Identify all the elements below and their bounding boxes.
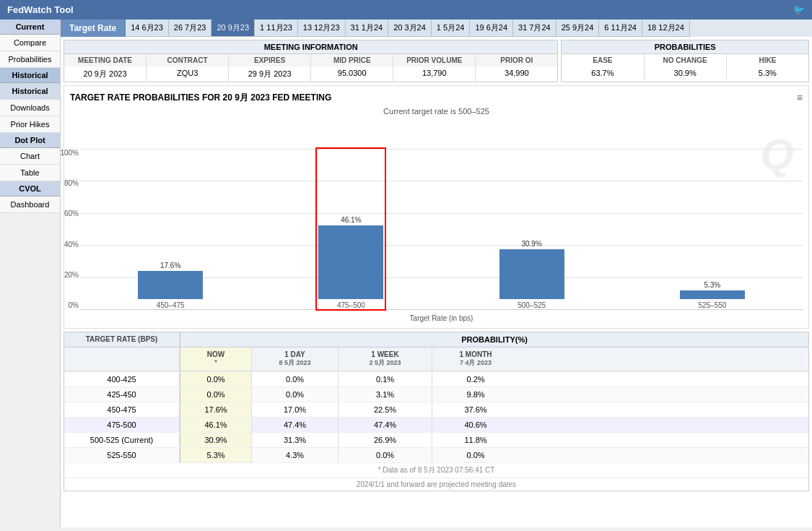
bt-cell-r3c3: 47.4% bbox=[339, 418, 432, 432]
x-axis-label: Target Rate (in bps) bbox=[80, 314, 803, 322]
date-tab-4[interactable]: 13 12月23 bbox=[298, 20, 346, 37]
bt-cell-r5c0: 525-550 bbox=[64, 448, 180, 462]
bt-cell-r0c2: 0.0% bbox=[252, 372, 339, 387]
target-rate-tab[interactable]: Target Rate bbox=[61, 20, 126, 37]
twitter-icon: 🐦 bbox=[793, 4, 805, 15]
sidebar-item-historical[interactable]: Historical bbox=[0, 83, 60, 100]
bt-top-header-row: TARGET RATE (BPS) PROBABILITY(%) bbox=[64, 332, 808, 347]
bar-rect-2 bbox=[499, 249, 564, 299]
sidebar-item-chart[interactable]: Chart bbox=[0, 148, 60, 165]
date-tab-7[interactable]: 1 5月24 bbox=[432, 20, 471, 37]
sidebar-item-table[interactable]: Table bbox=[0, 165, 60, 181]
sidebar-item-compare[interactable]: Compare bbox=[0, 35, 60, 51]
bt-cell-r5c3: 0.0% bbox=[339, 448, 432, 462]
bar-rect-0 bbox=[138, 271, 203, 299]
bt-cell-r1c2: 0.0% bbox=[252, 387, 339, 402]
bar-rect-3 bbox=[680, 290, 745, 299]
mi-val-priorvolume: 13,790 bbox=[393, 66, 476, 82]
bt-sub-1day: 1 DAY 8 5月 2023 bbox=[252, 347, 339, 371]
sidebar-section-current[interactable]: Current bbox=[0, 20, 60, 35]
sidebar: Current Compare Probabilities Historical… bbox=[0, 20, 61, 527]
date-tab-10[interactable]: 25 9月24 bbox=[556, 20, 600, 37]
y-label-60: 60% bbox=[64, 210, 79, 217]
bt-cell-r4c2: 31.3% bbox=[252, 433, 339, 447]
bar-xlabel-0: 450–475 bbox=[157, 301, 185, 309]
bar-xlabel-3: 525–550 bbox=[698, 301, 726, 309]
date-tab-5[interactable]: 31 1月24 bbox=[346, 20, 389, 37]
bt-footnote2: 2024/1/1 and forward are projected meeti… bbox=[64, 478, 808, 491]
date-tab-2[interactable]: 20 9月23 bbox=[211, 20, 255, 37]
bt-cell-r2c0: 450-475 bbox=[64, 402, 180, 417]
bt-cell-r3c2: 47.4% bbox=[252, 418, 339, 432]
bar-value-label-3: 5.3% bbox=[704, 281, 720, 289]
date-tab-6[interactable]: 20 3月24 bbox=[388, 20, 432, 37]
date-tab-0[interactable]: 14 6月23 bbox=[126, 20, 169, 37]
mi-col-midprice: MID PRICE bbox=[311, 54, 393, 66]
chart-menu-icon[interactable]: ≡ bbox=[797, 92, 803, 103]
date-tab-11[interactable]: 6 11月24 bbox=[599, 20, 642, 37]
app-title: FedWatch Tool bbox=[7, 4, 74, 15]
prob-val-ease: 63.7% bbox=[562, 66, 644, 79]
grid-line-0 bbox=[80, 309, 803, 310]
bar-value-label-1: 46.1% bbox=[341, 216, 361, 224]
mi-val-expires: 29 9月 2023 bbox=[229, 66, 311, 82]
bar-xlabel-2: 500–525 bbox=[518, 301, 546, 309]
bt-cell-r2c1: 17.6% bbox=[180, 402, 252, 417]
meeting-info-box: MEETING INFORMATION MEETING DATE CONTRAC… bbox=[64, 40, 558, 82]
sidebar-section-historical[interactable]: Historical bbox=[0, 68, 60, 83]
bt-sub-1week: 1 WEEK 2 5月 2023 bbox=[339, 347, 432, 371]
bt-sub-1month: 1 MONTH 7 4月 2023 bbox=[432, 347, 519, 371]
bt-prob-header: PROBABILITY(%) bbox=[180, 332, 808, 347]
date-tab-3[interactable]: 1 11月23 bbox=[255, 20, 298, 37]
prob-val-nochange: 30.9% bbox=[645, 66, 727, 79]
sidebar-section-dotplot[interactable]: Dot Plot bbox=[0, 133, 60, 148]
meeting-info-data-row: 20 9月 2023 ZQU3 29 9月 2023 95.0300 13,79… bbox=[64, 66, 557, 82]
prob-col-ease: EASE bbox=[562, 54, 644, 66]
table-row-4: 500-525 (Current)30.9%31.3%26.9%11.8% bbox=[64, 432, 808, 447]
content-area: MEETING INFORMATION MEETING DATE CONTRAC… bbox=[61, 37, 812, 527]
date-tabs: 14 6月2326 7月2320 9月231 11月2313 12月2331 1… bbox=[126, 20, 690, 37]
bt-cell-r5c1: 5.3% bbox=[180, 448, 252, 462]
y-label-20: 20% bbox=[64, 271, 79, 279]
sidebar-item-probabilities[interactable]: Probabilities bbox=[0, 51, 60, 68]
bar-group-3: 5.3%525–550 bbox=[680, 149, 745, 309]
bt-cell-r3c0: 475-500 bbox=[64, 418, 180, 432]
bars-and-grid: 17.6%450–47546.1%475–50030.9%500–5255.3%… bbox=[80, 149, 803, 322]
bar-xlabel-1: 475–500 bbox=[337, 301, 365, 309]
bt-footnote1: * Data as of 8 5月 2023 07:56:41 CT bbox=[64, 462, 808, 478]
date-tab-1[interactable]: 26 7月23 bbox=[169, 20, 212, 37]
bt-cell-r0c0: 400-425 bbox=[64, 372, 180, 387]
table-row-3: 475-50046.1%47.4%47.4%40.6% bbox=[64, 417, 808, 432]
sidebar-section-cvol[interactable]: CVOL bbox=[0, 181, 60, 197]
bt-cell-r1c0: 425-450 bbox=[64, 387, 180, 402]
table-row-2: 450-47517.6%17.0%22.5%37.6% bbox=[64, 402, 808, 417]
bt-cell-r4c1: 30.9% bbox=[180, 433, 252, 447]
bt-cell-r1c3: 3.1% bbox=[339, 387, 432, 402]
prob-val-hike: 5.3% bbox=[727, 66, 808, 79]
sidebar-item-prior-hikes[interactable]: Prior Hikes bbox=[0, 116, 60, 133]
sidebar-item-downloads[interactable]: Downloads bbox=[0, 100, 60, 116]
bt-sub-rate bbox=[64, 347, 180, 371]
date-tab-8[interactable]: 19 6月24 bbox=[470, 20, 513, 37]
bt-data-rows: 400-4250.0%0.0%0.1%0.2%425-4500.0%0.0%3.… bbox=[64, 371, 808, 462]
bt-cell-r3c1: 46.1% bbox=[180, 418, 252, 432]
chart-area: TARGET RATE PROBABILITIES FOR 20 9月 2023… bbox=[64, 85, 809, 329]
prob-col-hike: HIKE bbox=[727, 54, 808, 66]
mi-col-priorvolume: PRIOR VOLUME bbox=[393, 54, 476, 66]
bt-cell-r4c3: 26.9% bbox=[339, 433, 432, 447]
bt-cell-r0c4: 0.2% bbox=[432, 372, 519, 387]
bt-cell-r2c3: 22.5% bbox=[339, 402, 432, 417]
bt-cell-r0c1: 0.0% bbox=[180, 372, 252, 387]
mi-col-date: MEETING DATE bbox=[64, 54, 147, 66]
table-row-0: 400-4250.0%0.0%0.1%0.2% bbox=[64, 371, 808, 387]
date-tab-9[interactable]: 31 7月24 bbox=[513, 20, 556, 37]
mi-col-contract: CONTRACT bbox=[147, 54, 229, 66]
chart-subtitle: Current target rate is 500–525 bbox=[70, 107, 803, 116]
date-tab-12[interactable]: 18 12月24 bbox=[642, 20, 690, 37]
bt-cell-r1c4: 9.8% bbox=[432, 387, 519, 402]
bt-cell-r1c1: 0.0% bbox=[180, 387, 252, 402]
table-row-1: 425-4500.0%0.0%3.1%9.8% bbox=[64, 387, 808, 402]
y-label-0: 0% bbox=[69, 301, 79, 309]
sidebar-item-dashboard[interactable]: Dashboard bbox=[0, 197, 60, 213]
bt-cell-r0c3: 0.1% bbox=[339, 372, 432, 387]
